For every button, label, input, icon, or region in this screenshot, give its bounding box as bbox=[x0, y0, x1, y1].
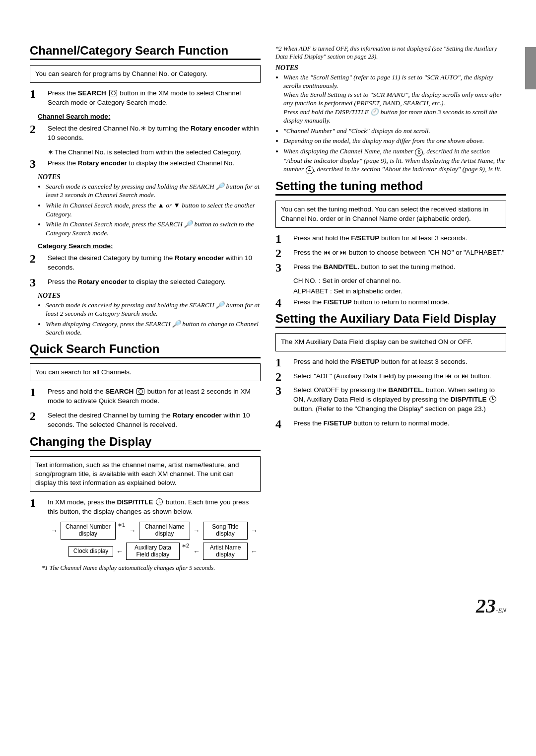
step-2: 2 Select "ADF" (Auxiliary Data Field) by… bbox=[275, 372, 506, 381]
flow-box: Channel Name display bbox=[139, 522, 190, 540]
step-2: 2 Select the desired Channel by turning … bbox=[30, 411, 261, 430]
step-1: 1 Press the SEARCH button in the XM mode… bbox=[30, 89, 261, 108]
arrow-right-icon: → bbox=[190, 527, 203, 535]
page-number: 23-EN bbox=[30, 594, 506, 618]
page-columns: Channel/Category Search Function You can… bbox=[30, 40, 506, 574]
arrow-left-icon: ← bbox=[113, 548, 126, 555]
step-4: 4 Press the F/SETUP button to return to … bbox=[275, 298, 506, 307]
flow-box: Channel Number display bbox=[61, 522, 116, 540]
step-3: 3 Press the Rotary encoder to display th… bbox=[30, 159, 261, 168]
text: button to return to normal mode. bbox=[352, 298, 450, 306]
annotation: ∗2 bbox=[180, 543, 190, 549]
label-rotary-encoder: Rotary encoder bbox=[78, 159, 127, 167]
arrow-right-icon: → bbox=[126, 527, 139, 535]
notes-label: NOTES bbox=[275, 64, 506, 72]
note-item: When displaying the Channel Name, the nu… bbox=[283, 147, 506, 175]
text: Press and hold the bbox=[293, 358, 351, 365]
sub-bullet: The Channel No. is selected from within … bbox=[30, 148, 261, 157]
text: In XM mode, press the bbox=[48, 498, 117, 506]
step-1: 1 Press and hold the F/SETUP button for … bbox=[275, 357, 506, 367]
label-rotary-encoder: Rotary encoder bbox=[78, 278, 127, 285]
text: to display the selected Category. bbox=[127, 278, 226, 285]
option-ch-no: CH NO. : Set in order of channel no. bbox=[275, 277, 506, 284]
text: Press the bbox=[48, 159, 78, 167]
heading-channel-category-search: Channel/Category Search Function bbox=[30, 44, 261, 60]
option-alphabet: ALPHABET : Set in alphabetic order. bbox=[275, 287, 506, 295]
step-1: 1 Press and hold the SEARCH button for a… bbox=[30, 387, 261, 406]
step-2: 2 Select the desired Category by turning… bbox=[30, 254, 261, 273]
text: Press the bbox=[48, 89, 78, 97]
text: Press the bbox=[293, 419, 324, 427]
note-item: While in Channel Search mode, press the … bbox=[46, 220, 261, 237]
text: Press and hold the bbox=[48, 388, 105, 395]
label-rotary-encoder: Rotary encoder bbox=[172, 412, 221, 419]
note-item: While in Channel Search mode, press the … bbox=[46, 201, 261, 218]
notes-label: NOTES bbox=[38, 173, 261, 181]
circled-number-icon: 4 bbox=[306, 166, 314, 174]
arrow-right-icon: → bbox=[248, 527, 261, 535]
text: Press the ⏮ or ⏭ button to choose betwee… bbox=[293, 249, 504, 256]
text: button for at least 3 seconds. bbox=[379, 358, 467, 365]
arrow-left-icon: ← bbox=[248, 548, 261, 555]
note-item: "Channel Number" and "Clock" displays do… bbox=[283, 127, 506, 136]
flow-box: Song Title display bbox=[203, 522, 248, 540]
label-rotary-encoder: Rotary encoder bbox=[191, 125, 240, 132]
left-column: Channel/Category Search Function You can… bbox=[30, 40, 261, 574]
clock-icon bbox=[489, 396, 496, 403]
note-item: When displaying Category, press the SEAR… bbox=[46, 320, 261, 337]
text: button. (Refer to the "Changing the Disp… bbox=[293, 405, 486, 412]
text: Select the desired Channel by turning th… bbox=[48, 412, 172, 419]
label-rotary-encoder: Rotary encoder bbox=[175, 254, 224, 262]
text: Press and hold the bbox=[293, 234, 351, 242]
circled-number-icon: 6 bbox=[415, 148, 423, 156]
label-search: SEARCH bbox=[78, 89, 106, 97]
text: Select "ADF" (Auxiliary Data Field) by p… bbox=[293, 372, 491, 380]
step-2: 2 Press the ⏮ or ⏭ button to choose betw… bbox=[275, 248, 506, 258]
annotation: ∗1 bbox=[116, 522, 126, 528]
subheading-channel-search-mode: Channel Search mode: bbox=[38, 113, 261, 120]
clock-icon bbox=[156, 498, 163, 505]
label-fsetup: F/SETUP bbox=[351, 358, 379, 365]
step-1: 1 Press and hold the F/SETUP button for … bbox=[275, 234, 506, 243]
label-fsetup: F/SETUP bbox=[324, 298, 352, 306]
display-flow-diagram: → Channel Number display ∗1 → Channel Na… bbox=[48, 522, 261, 560]
step-3: 3 Press the BAND/TEL. button to set the … bbox=[275, 263, 506, 272]
arrow-right-icon: → bbox=[48, 527, 61, 535]
heading-aux-data-field: Setting the Auxiliary Data Field Display bbox=[275, 312, 506, 328]
intro-quick-search: You can search for all Channels. bbox=[30, 363, 261, 381]
intro-tuning-method: You can set the tuning method. You can s… bbox=[275, 201, 506, 227]
footnote-1: *1 The Channel Name display automaticall… bbox=[30, 564, 261, 572]
page-number-suffix: -EN bbox=[496, 607, 506, 614]
step-1: 1 In XM mode, press the DISP/TITLE butto… bbox=[30, 498, 261, 517]
note-item: When the "Scroll Setting" (refer to page… bbox=[283, 73, 506, 125]
text: button to return to normal mode. bbox=[352, 419, 450, 427]
notes-list: Search mode is canceled by pressing and … bbox=[30, 182, 261, 237]
notes-list: Search mode is canceled by pressing and … bbox=[30, 301, 261, 337]
label-fsetup: F/SETUP bbox=[351, 234, 379, 242]
page-number-value: 23 bbox=[476, 595, 496, 617]
text: button for at least 3 seconds. bbox=[379, 234, 467, 242]
footnote-2: *2 When ADF is turned OFF, this informat… bbox=[275, 45, 506, 61]
label-band-tel: BAND/TEL. bbox=[388, 386, 424, 394]
intro-channel-category: You can search for programs by Channel N… bbox=[30, 65, 261, 83]
note-item: Search mode is canceled by pressing and … bbox=[46, 301, 261, 318]
intro-changing-display: Text information, such as the channel na… bbox=[30, 456, 261, 492]
step-3: 3 Press the Rotary encoder to display th… bbox=[30, 277, 261, 287]
label-fsetup: F/SETUP bbox=[324, 419, 352, 427]
flow-box: Auxiliary Data Field display bbox=[126, 543, 180, 560]
flow-box: Artist Name display bbox=[203, 543, 248, 560]
label-disp-title: DISP/TITLE bbox=[117, 498, 153, 506]
flow-box: Clock display bbox=[68, 546, 113, 557]
heading-tuning-method: Setting the tuning method bbox=[275, 179, 506, 196]
heading-quick-search: Quick Search Function bbox=[30, 342, 261, 358]
step-2: 2 Select the desired Channel No.∗ by tur… bbox=[30, 124, 261, 143]
step-3: 3 Select ON/OFF by pressing the BAND/TEL… bbox=[275, 386, 506, 414]
arrow-left-icon: ← bbox=[190, 548, 203, 555]
intro-aux-data-field: The XM Auxiliary Data Field display can … bbox=[275, 333, 506, 351]
text: Select the desired Channel No.∗ by turni… bbox=[48, 125, 191, 132]
label-disp-title: DISP/TITLE bbox=[451, 396, 487, 403]
right-column: *2 When ADF is turned OFF, this informat… bbox=[275, 40, 506, 574]
text: Select the desired Category by turning t… bbox=[48, 254, 175, 262]
text: to display the selected Channel No. bbox=[127, 159, 234, 167]
subheading-category-search-mode: Category Search mode: bbox=[38, 242, 261, 250]
